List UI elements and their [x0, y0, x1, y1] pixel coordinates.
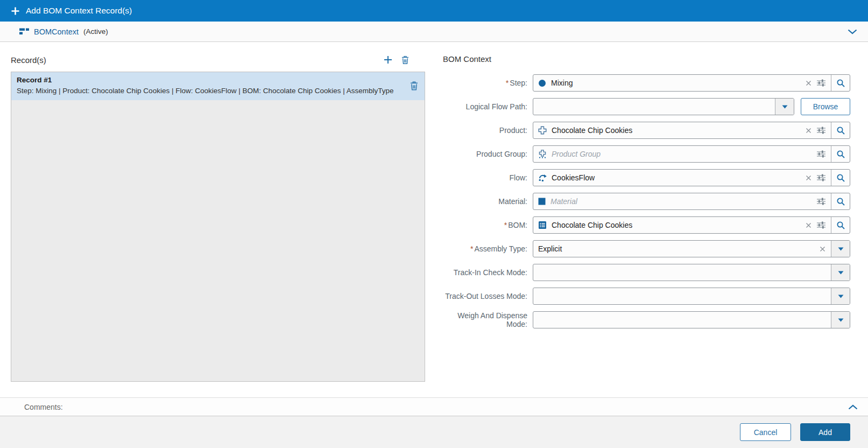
flow-value: CookiesFlow [552, 173, 595, 182]
clear-icon[interactable] [806, 128, 811, 134]
product-group-label: Product Group: [436, 150, 533, 158]
dropdown-arrow-icon[interactable] [831, 264, 850, 281]
records-list: Record #1 Step: Mixing | Product: Chocol… [11, 72, 425, 382]
weigh-and-dispense-mode-label: Weigh And Dispense Mode: [436, 311, 533, 328]
record-text: Record #1 Step: Mixing | Product: Chocol… [17, 75, 410, 97]
search-button[interactable] [831, 122, 850, 138]
bom-value: Chocolate Chip Cookies [552, 221, 632, 229]
flow-label: Flow: [436, 173, 533, 182]
entity-bar: BOMContext (Active) [0, 22, 868, 42]
field-row-step: *Step: Mixing [436, 74, 850, 92]
field-row-logical-flow-path: Logical Flow Path: Browse [436, 98, 850, 115]
product-group-icon [538, 150, 547, 158]
field-row-assembly-type: *Assembly Type: Explicit [436, 240, 850, 257]
record-name: Record #1 [17, 75, 410, 86]
product-group-input[interactable]: Product Group [533, 145, 850, 163]
field-row-track-in-check-mode: Track-In Check Mode: [436, 264, 850, 281]
entity-name: BOMContext [34, 27, 79, 36]
required-marker: * [470, 244, 473, 253]
flow-icon [538, 173, 547, 182]
weigh-and-dispense-mode-select[interactable] [533, 311, 850, 328]
material-label: Material: [436, 197, 533, 206]
clear-icon[interactable] [806, 80, 811, 86]
field-row-bom: *BOM: Chocolate Chip Cookies [436, 216, 850, 234]
collapse-chevron-down-icon[interactable] [848, 29, 857, 34]
add-record-button[interactable] [384, 55, 392, 64]
assembly-type-label: Assembly Type: [474, 244, 527, 253]
track-in-check-mode-select[interactable] [533, 264, 850, 281]
dropdown-arrow-icon[interactable] [831, 288, 850, 304]
cancel-button[interactable]: Cancel [740, 423, 791, 441]
search-button[interactable] [831, 217, 850, 233]
clear-icon[interactable] [820, 246, 825, 252]
dropdown-arrow-icon[interactable] [831, 241, 850, 257]
records-header: Record(s) [11, 53, 425, 67]
field-row-material: Material: Material [436, 193, 850, 210]
record-details: Step: Mixing | Product: Chocolate Chip C… [17, 86, 410, 96]
bomcontext-entity-icon [19, 28, 29, 35]
filter-icon[interactable] [817, 127, 825, 134]
material-icon [538, 198, 546, 205]
product-icon [538, 126, 547, 135]
records-panel: Record(s) Record #1 [11, 53, 425, 397]
main-content: Record(s) Record #1 [0, 42, 868, 397]
field-row-track-out-losses-mode: Track-Out Losses Mode: [436, 288, 850, 305]
assembly-type-value: Explicit [538, 244, 562, 253]
product-group-placeholder: Product Group [552, 150, 601, 158]
filter-icon[interactable] [817, 221, 825, 229]
collapse-chevron-up-icon[interactable] [848, 404, 858, 410]
comments-label: Comments: [24, 403, 63, 411]
track-out-losses-mode-label: Track-Out Losses Mode: [436, 292, 533, 300]
product-value: Chocolate Chip Cookies [552, 126, 632, 135]
add-plus-icon [11, 6, 20, 16]
records-title: Record(s) [11, 55, 46, 65]
entity-status: (Active) [83, 27, 108, 36]
dialog-title: Add BOM Context Record(s) [26, 6, 132, 16]
step-input[interactable]: Mixing [533, 74, 850, 92]
step-label: Step: [510, 79, 527, 87]
bom-icon [538, 221, 547, 229]
field-row-product-group: Product Group: Product Group [436, 145, 850, 163]
comments-section: Comments: [0, 397, 868, 416]
bom-input[interactable]: Chocolate Chip Cookies [533, 216, 850, 234]
step-icon [538, 79, 546, 87]
add-button[interactable]: Add [800, 423, 850, 441]
material-placeholder: Material [551, 197, 577, 206]
search-button[interactable] [831, 193, 850, 209]
track-out-losses-mode-select[interactable] [533, 288, 850, 305]
delete-record-button[interactable] [410, 81, 418, 90]
filter-icon[interactable] [817, 198, 825, 205]
required-marker: * [506, 79, 509, 87]
search-button[interactable] [831, 75, 850, 91]
form-title: BOM Context [443, 54, 850, 64]
record-list-item[interactable]: Record #1 Step: Mixing | Product: Chocol… [11, 72, 425, 100]
dialog-footer: Cancel Add [0, 416, 868, 448]
browse-button[interactable]: Browse [801, 98, 850, 115]
clear-icon[interactable] [806, 222, 811, 228]
field-row-product: Product: Chocolate Chip Cookies [436, 122, 850, 139]
field-row-flow: Flow: CookiesFlow [436, 169, 850, 186]
clear-icon[interactable] [806, 175, 811, 181]
search-button[interactable] [831, 170, 850, 186]
filter-icon[interactable] [817, 79, 825, 87]
dropdown-arrow-icon[interactable] [831, 312, 850, 328]
logical-flow-path-label: Logical Flow Path: [436, 102, 533, 111]
bom-context-form: BOM Context *Step: Mixing [436, 53, 850, 397]
assembly-type-select[interactable]: Explicit [533, 240, 850, 257]
product-label: Product: [436, 126, 533, 135]
delete-records-button[interactable] [401, 55, 409, 64]
track-in-check-mode-label: Track-In Check Mode: [436, 268, 533, 277]
material-input[interactable]: Material [533, 193, 850, 210]
logical-flow-path-input[interactable] [533, 98, 794, 115]
dropdown-arrow-icon[interactable] [775, 99, 794, 115]
search-button[interactable] [831, 146, 850, 162]
step-value: Mixing [551, 79, 573, 87]
bom-label: BOM: [508, 221, 527, 229]
field-row-weigh-and-dispense-mode: Weigh And Dispense Mode: [436, 311, 850, 328]
required-marker: * [504, 221, 507, 229]
product-input[interactable]: Chocolate Chip Cookies [533, 122, 850, 139]
flow-input[interactable]: CookiesFlow [533, 169, 850, 186]
filter-icon[interactable] [817, 174, 825, 181]
dialog-titlebar: Add BOM Context Record(s) [0, 0, 868, 22]
filter-icon[interactable] [817, 150, 825, 158]
